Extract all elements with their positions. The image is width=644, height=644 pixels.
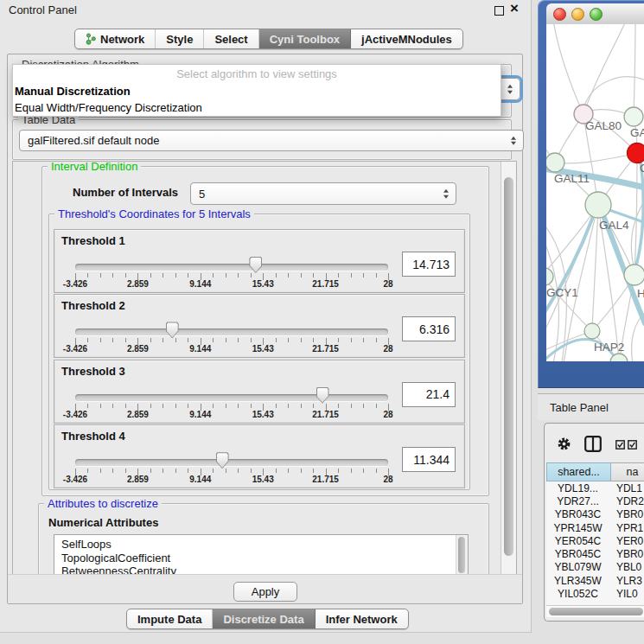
tick-mark	[376, 469, 377, 473]
table-body: YDL19...YDL1YDR27...YDR2YBR043CYBR0YPR14…	[546, 481, 644, 605]
tick-label: 28	[383, 410, 392, 419]
network-node[interactable]	[624, 107, 643, 126]
bottom-tab-infer-network[interactable]: Infer Network	[316, 609, 408, 628]
attribute-item[interactable]: TopologicalCoefficient	[61, 552, 468, 565]
bottom-tab-label: Impute Data	[137, 613, 201, 626]
network-window-titlebar[interactable]	[546, 3, 644, 25]
cell-name: YDR2	[609, 495, 644, 507]
tick-mark	[188, 404, 188, 408]
tick-mark	[226, 273, 226, 277]
tick-label: 9.144	[189, 344, 211, 354]
threshold-slider-track[interactable]	[75, 459, 388, 466]
cell-shared-name: YDL19...	[546, 482, 609, 494]
table-data-combobox[interactable]: galFiltered.sif default node	[19, 130, 524, 151]
table-row[interactable]: YIL052CYIL0	[546, 587, 644, 600]
tab-style[interactable]: Style	[156, 29, 204, 48]
vertical-scrollbar-thumb[interactable]	[504, 177, 513, 556]
threshold-slider-thumb[interactable]	[249, 257, 262, 273]
minimize-traffic-light-icon[interactable]	[571, 8, 584, 21]
network-canvas[interactable]: GAL80GACGAL11GAL4GCY1HHAP2	[546, 24, 644, 361]
table-row[interactable]: YBR045CYBR0	[546, 547, 644, 560]
threshold-slider-thumb[interactable]	[316, 387, 329, 404]
network-node-label: H	[637, 287, 644, 300]
bottom-tab-discretize-data[interactable]: Discretize Data	[213, 609, 315, 628]
tab-network[interactable]: Network	[75, 29, 156, 48]
threshold-value-field[interactable]: 21.4	[402, 382, 456, 407]
bottom-tab-impute-data[interactable]: Impute Data	[127, 609, 213, 628]
threshold-value-field[interactable]: 11.344	[402, 447, 456, 472]
tick-mark	[150, 273, 151, 277]
threshold-slider-track[interactable]	[75, 264, 388, 271]
control-panel-tab-bar: NetworkStyleSelectCyni ToolboxjActiveMNo…	[74, 29, 463, 49]
table-row[interactable]: YDL19...YDL1	[546, 481, 644, 494]
network-node[interactable]	[546, 153, 564, 172]
threshold-value-field[interactable]: 6.316	[402, 316, 456, 341]
network-node[interactable]	[546, 268, 553, 285]
tick-mark	[338, 338, 339, 342]
tick-label: 28	[383, 475, 392, 484]
tick-mark	[100, 338, 101, 342]
network-node[interactable]	[624, 265, 644, 285]
list-scrollbar[interactable]	[456, 535, 468, 575]
tick-label: 28	[383, 344, 392, 354]
tick-mark	[188, 273, 188, 277]
table-row[interactable]: YLR345WYLR3	[546, 574, 644, 587]
tick-mark	[276, 469, 277, 473]
table-row[interactable]: YPR145WYPR1	[546, 521, 644, 534]
column-header-shared-name[interactable]: shared...	[546, 462, 611, 481]
tick-label: 2.859	[127, 344, 149, 354]
checkbox-pair-icon[interactable]	[615, 440, 638, 450]
network-edge	[634, 153, 637, 274]
threshold-panel: Threshold 1-3.4262.8599.14415.4321.71528…	[54, 229, 465, 293]
tick-mark	[238, 338, 239, 342]
tick-mark	[112, 404, 113, 408]
tab-select[interactable]: Select	[204, 29, 258, 48]
table-row[interactable]: YER054CYER0	[546, 534, 644, 547]
gear-icon[interactable]	[557, 437, 571, 451]
algorithm-option[interactable]: Equal Width/Frequency Discretization	[13, 99, 501, 116]
table-row[interactable]: YBL079WYBL0	[546, 561, 644, 574]
threshold-value-field[interactable]: 14.713	[402, 252, 456, 277]
cyni-mode-tab-bar: Impute DataDiscretize DataInfer Network	[126, 609, 409, 629]
group-title-interval-definition: Interval Definition	[48, 161, 141, 173]
vertical-scrollbar[interactable]	[501, 162, 516, 574]
tick-label: -3.426	[63, 410, 87, 419]
tab-cyni-toolbox[interactable]: Cyni Toolbox	[259, 29, 351, 48]
network-node[interactable]	[585, 192, 611, 218]
tab-jactivemnodules[interactable]: jActiveMNodules	[351, 29, 462, 48]
threshold-panel: Threshold 4-3.4262.8599.14415.4321.71528…	[54, 424, 465, 488]
threshold-slider-thumb[interactable]	[166, 322, 179, 338]
threshold-slider-track[interactable]	[75, 394, 388, 401]
threshold-label: Threshold 3	[61, 365, 125, 378]
group-title-thresholds: Threshold's Coordinates for 5 Intervals	[54, 207, 254, 220]
network-graph[interactable]: GAL80GACGAL11GAL4GCY1HHAP2	[546, 24, 644, 361]
cell-shared-name: YBL079W	[546, 561, 609, 573]
tick-mark	[276, 273, 277, 277]
tab-label: Select	[214, 33, 247, 46]
attribute-item[interactable]: SelfLoops	[61, 538, 468, 552]
threshold-slider-track[interactable]	[75, 328, 388, 335]
network-edge	[583, 24, 626, 114]
apply-button[interactable]: Apply	[233, 582, 297, 602]
close-traffic-light-icon[interactable]	[553, 8, 566, 21]
algorithm-option[interactable]: Manual Discretization	[13, 83, 501, 99]
threshold-slider-thumb[interactable]	[216, 452, 229, 469]
column-header-name[interactable]: na	[611, 462, 644, 481]
close-panel-icon[interactable]: ×	[510, 0, 519, 17]
numerical-attributes-list[interactable]: SelfLoopsTopologicalCoefficientBetweenne…	[54, 534, 469, 575]
float-window-icon[interactable]	[494, 6, 504, 16]
cell-shared-name: YER054C	[546, 535, 609, 547]
list-scrollbar-thumb[interactable]	[458, 537, 465, 573]
table-row[interactable]: YBR043CYBR0	[546, 508, 644, 521]
zoom-traffic-light-icon[interactable]	[590, 8, 603, 21]
network-node[interactable]	[628, 143, 644, 163]
table-row[interactable]: YDR27...YDR2	[546, 494, 644, 507]
horizontal-scrollbar[interactable]	[546, 605, 644, 617]
combo-stepper-icon	[507, 85, 513, 94]
split-columns-icon[interactable]	[584, 436, 602, 452]
number-of-intervals-combobox[interactable]: 5	[190, 182, 456, 205]
tick-label: 28	[383, 279, 392, 289]
tick-mark	[376, 273, 377, 277]
network-node[interactable]	[584, 323, 600, 339]
horizontal-scrollbar-thumb[interactable]	[549, 608, 643, 615]
